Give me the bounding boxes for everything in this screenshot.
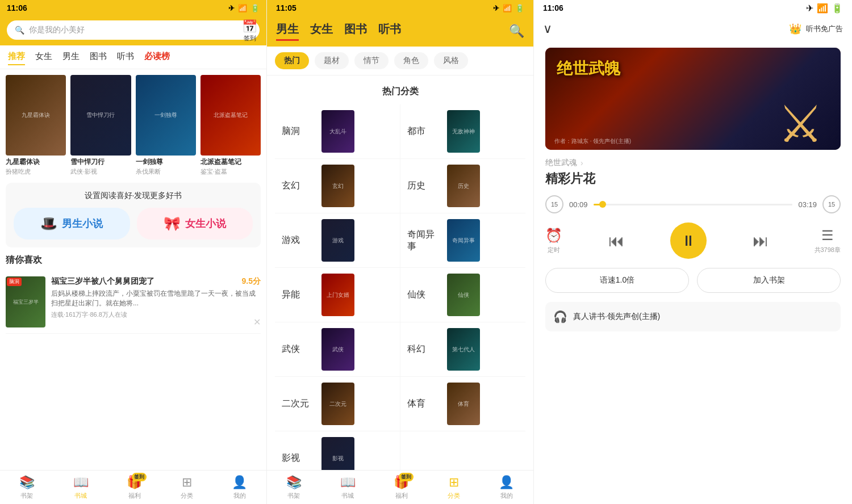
panel1-status-bar: 11:06 ✈ 📶 🔋: [0, 0, 266, 16]
progress-bar[interactable]: [594, 204, 793, 205]
nav-male[interactable]: 男生: [62, 51, 80, 65]
category-naodong[interactable]: 脑洞 大乱斗: [275, 104, 400, 159]
male-novel-button[interactable]: 🎩 男生小说: [14, 208, 130, 240]
progress-wrap: 15 00:09 03:19 15: [545, 195, 841, 213]
category-tiyu[interactable]: 体育 体育: [400, 377, 526, 431]
tab-category[interactable]: ⊞ 分类: [181, 475, 193, 500]
book-sub-3: 杀伐果断: [136, 167, 196, 176]
player-header-right: 👑 听书免广告: [789, 23, 843, 35]
p2-nav-female[interactable]: 女生: [310, 22, 333, 41]
panel2-status-time: 11:05: [276, 3, 296, 12]
nav-mustread[interactable]: 必读榜: [144, 51, 170, 65]
rec-desc-1: 后妈从楼梯上摔跤流产，小粟宝被罚在雪地里跪了一天一夜，被当成扫把星赶出家门。就在…: [51, 289, 261, 308]
category-youxi[interactable]: 游戏 游戏: [275, 213, 400, 268]
nav-recommend[interactable]: 推荐: [8, 51, 25, 65]
p3-battery-icon: 🔋: [832, 3, 843, 14]
category-lishi[interactable]: 历史 历史: [400, 159, 526, 213]
p2-tab-bookshelf[interactable]: 📚 书架: [286, 475, 302, 500]
category-wuxia[interactable]: 武侠 武侠: [275, 322, 400, 377]
tab-mine-label: 我的: [233, 492, 246, 500]
recommend-item-1[interactable]: 脑洞 福宝三岁半 福宝三岁半被八个舅舅团宠了 9.5分 后妈从楼梯上摔跤流产，小…: [6, 271, 261, 334]
filter-tab-plot[interactable]: 情节: [354, 52, 389, 69]
search-input[interactable]: 你是我的小美好: [29, 25, 85, 35]
p2-tab-badge-welfare: 🎁 签到: [394, 475, 409, 490]
speed-button[interactable]: 语速1.0倍: [545, 268, 689, 293]
female-novel-button[interactable]: 🎀 女生小说: [137, 208, 253, 240]
cat-img-naodong: 大乱斗: [321, 110, 354, 153]
timer-icon: ⏰: [545, 228, 562, 243]
tab-welfare[interactable]: 🎁 签到 福利: [127, 475, 142, 500]
cat-img-tiyu: 体育: [447, 383, 480, 425]
p2-bookshelf-icon: 📚: [286, 475, 302, 490]
panel1-app: 11:06 ✈ 📶 🔋 🔍 你是我的小美好 📅 签到 推荐 女生 男生 图书 听…: [0, 0, 267, 504]
p2-tab-bookstore[interactable]: 📖 书城: [340, 475, 356, 500]
cat-img-wuxia: 武侠: [321, 328, 354, 371]
timer-button[interactable]: ⏰ 定时: [545, 228, 562, 254]
p2-tab-bookstore-label: 书城: [341, 492, 354, 500]
p2-tab-mine[interactable]: 👤 我的: [499, 475, 514, 500]
narrator-info: 🎧 真人讲书·领先声创(主播): [545, 302, 841, 331]
category-icon: ⊞: [182, 475, 192, 490]
book-series: 绝世武魂: [545, 158, 577, 168]
p2-nav-books[interactable]: 图书: [344, 22, 367, 41]
checkin-button[interactable]: 📅 签到: [242, 19, 257, 43]
prev-button[interactable]: ⏮: [608, 232, 624, 250]
category-xuanhuan[interactable]: 玄幻 玄幻: [275, 159, 400, 213]
tab-mine[interactable]: 👤 我的: [232, 475, 247, 500]
p2-nav-audio[interactable]: 听书: [378, 22, 401, 41]
play-pause-button[interactable]: ⏸: [670, 222, 707, 259]
search-bar[interactable]: 🔍 你是我的小美好: [7, 20, 260, 40]
p2-mine-icon: 👤: [499, 475, 514, 490]
category-yineng[interactable]: 异能 上门女婿: [275, 268, 400, 322]
nav-books[interactable]: 图书: [90, 51, 107, 65]
book-card-1[interactable]: 九星霸体诀 九星霸体诀 扮猪吃虎: [6, 75, 66, 176]
ad-label[interactable]: 听书免广告: [806, 24, 843, 34]
category-xianxia[interactable]: 仙侠 仙侠: [400, 268, 526, 322]
filter-tab-hot[interactable]: 热门: [275, 52, 309, 69]
search-icon: 🔍: [15, 26, 24, 35]
panel2-header: 男生 女生 图书 听书 🔍: [267, 16, 533, 47]
next-button[interactable]: ⏭: [753, 232, 769, 250]
p2-tab-category[interactable]: ⊞ 分类: [448, 475, 460, 500]
book-title-1: 九星霸体诀: [6, 158, 66, 167]
book-card-2[interactable]: 雪中悍刀行 雪中悍刀行 武侠·影视: [70, 75, 131, 176]
book-grid: 九星霸体诀 九星霸体诀 扮猪吃虎 雪中悍刀行 雪中悍刀行 武侠·影视 一剑独尊 …: [6, 75, 261, 176]
shelf-button[interactable]: 加入书架: [697, 268, 841, 293]
close-button-1[interactable]: ✕: [253, 317, 261, 327]
tab-welfare-label: 福利: [128, 492, 141, 500]
category-dushi[interactable]: 都市 无敌神神: [400, 104, 526, 159]
speed-back-btn[interactable]: 15: [545, 195, 563, 213]
category-section-title: 热门分类: [275, 86, 525, 98]
p2-nav-male[interactable]: 男生: [276, 22, 299, 41]
p3-airplane-icon: ✈: [806, 3, 813, 14]
book-series-row: 绝世武魂 ›: [545, 158, 841, 168]
category-kehuan[interactable]: 科幻 第七代人: [400, 322, 526, 377]
rec-tag-1: 脑洞: [7, 278, 22, 286]
speed-forward-btn[interactable]: 15: [822, 195, 841, 213]
filter-tab-theme[interactable]: 题材: [315, 52, 349, 69]
category-erciyuan[interactable]: 二次元 二次元: [275, 377, 400, 431]
tab-badge-welfare: 🎁 签到: [127, 475, 142, 490]
category-yingshi[interactable]: 影视 影视: [275, 431, 400, 470]
cat-name-youxi: 游戏: [282, 234, 316, 246]
filter-tab-character[interactable]: 角色: [394, 52, 428, 69]
nav-audio[interactable]: 听书: [117, 51, 134, 65]
headphone-icon: 🎧: [553, 310, 567, 324]
book-sub-1: 扮猪吃虎: [6, 167, 66, 176]
category-qiwen[interactable]: 奇闻异事 奇闻异事: [400, 213, 526, 268]
tab-bookstore[interactable]: 📖 书城: [73, 475, 89, 500]
nav-female[interactable]: 女生: [35, 51, 52, 65]
tab-bookshelf[interactable]: 📚 书架: [19, 475, 35, 500]
panel2-status-icons: ✈ 📶 🔋: [493, 4, 524, 12]
progress-dot: [599, 201, 606, 208]
chapters-button[interactable]: ☰ 共3798章: [815, 228, 841, 254]
book-sub-4: 鉴宝·盗墓: [201, 167, 261, 176]
book-card-4[interactable]: 北派盗墓笔记 北派盗墓笔记 鉴宝·盗墓: [201, 75, 261, 176]
cat-name-xianxia: 仙侠: [407, 289, 441, 301]
banner-author-info: 作者：路城东 · 领先声创(主播): [554, 137, 841, 145]
p2-search-icon[interactable]: 🔍: [509, 24, 524, 39]
back-button[interactable]: ∨: [543, 22, 552, 36]
book-card-3[interactable]: 一剑独尊 一剑独尊 杀伐果断: [136, 75, 196, 176]
p2-tab-welfare[interactable]: 🎁 签到 福利: [394, 475, 409, 500]
filter-tab-style[interactable]: 风格: [434, 52, 468, 69]
